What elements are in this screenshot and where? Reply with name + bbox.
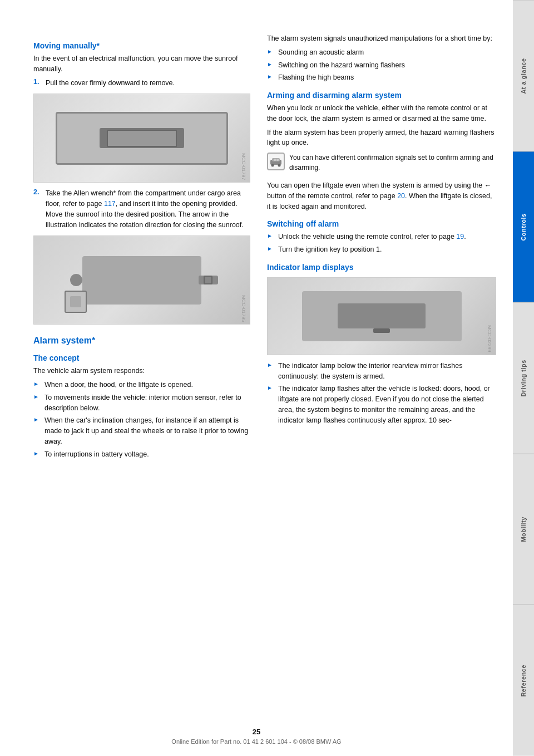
switching-off-bullet-2-text: Turn the ignition key to position 1. (278, 244, 382, 255)
arming-text1: When you lock or unlock the vehicle, eit… (267, 103, 496, 124)
svg-point-2 (271, 164, 274, 167)
sidebar-tab-reference[interactable]: Reference (513, 605, 534, 756)
sidebar-tab-mobility[interactable]: Mobility (513, 454, 534, 605)
indicator-arrow-2: ► (267, 385, 274, 391)
note-icon (267, 153, 285, 170)
indicator-section: Indicator lamp displays MCC-02399 ► The (267, 263, 496, 426)
bullet-arrow-1: ► (33, 381, 40, 387)
mirror-indicator (373, 328, 390, 333)
signal-bullet-1: ► Sounding an acoustic alarm (267, 47, 496, 58)
image-code-1: MCC-01797 (241, 153, 246, 180)
signal-bullet-1-text: Sounding an acoustic alarm (278, 47, 364, 58)
concept-intro: The vehicle alarm system responds: (33, 366, 250, 376)
sidebar-tab-controls[interactable]: Controls (513, 151, 534, 303)
concept-heading: The concept (33, 354, 250, 362)
signal-bullet-3: ► Flashing the high beams (267, 72, 496, 83)
arming-link[interactable]: 20 (397, 192, 405, 200)
sidebar-tab-at-a-glance[interactable]: At a glance (513, 0, 534, 151)
main-content: Moving manually* In the event of an elec… (0, 0, 513, 756)
indicator-arrow-1: ► (267, 362, 274, 368)
step-1-text: Pull the cover firmly downward to remove… (46, 78, 175, 89)
switching-off-arrow-1: ► (267, 233, 274, 239)
signal-arrow-2: ► (267, 61, 274, 67)
indicator-bullet-2: ► The indicator lamp flashes after the v… (267, 384, 496, 425)
alarm-bullet-3: ► When the car's inclination changes, fo… (33, 415, 250, 446)
step-2-num: 2. (33, 188, 42, 230)
alarm-bullet-2: ► To movements inside the vehicle: inter… (33, 392, 250, 414)
moving-manually-heading: Moving manually* (33, 41, 250, 50)
indicator-image: MCC-02399 (267, 277, 496, 355)
signal-arrow-1: ► (267, 48, 274, 55)
bullet-arrow-3: ► (33, 416, 40, 423)
bullet-arrow-4: ► (33, 450, 40, 456)
svg-point-3 (278, 164, 281, 167)
image-code-3: MCC-02399 (487, 325, 492, 352)
alarm-bullet-1: ► When a door, the hood, or the liftgate… (33, 380, 250, 390)
alarm-bullet-4: ► To interruptions in battery voltage. (33, 449, 250, 460)
switching-off-arrow-2: ► (267, 246, 274, 252)
signal-arrow-3: ► (267, 73, 274, 80)
indicator-img-inner (268, 278, 496, 355)
mirror-inner (338, 303, 426, 328)
alarm-signals-bullets: ► Sounding an acoustic alarm ► Switching… (267, 47, 496, 83)
alarm-system-heading: Alarm system* (33, 336, 250, 346)
mirror-shape (302, 291, 462, 341)
switching-off-bullets: ► Unlock the vehicle using the remote co… (267, 232, 496, 255)
step-2: 2. Take the Allen wrench* from the compa… (33, 188, 250, 230)
switching-off-section: Switching off alarm ► Unlock the vehicle… (267, 219, 496, 255)
arming-text3: You can open the liftgate even when the … (267, 180, 496, 212)
note-text: You can have different confirmation sign… (289, 153, 496, 173)
step-1-num: 1. (33, 78, 42, 89)
signal-bullet-2-text: Switching on the hazard warning flashers (278, 60, 405, 71)
indicator-bullets: ► The indicator lamp below the interior … (267, 361, 496, 426)
bullet-arrow-2: ► (33, 394, 40, 400)
car-icon (269, 155, 283, 168)
page-number: 25 (253, 728, 260, 736)
alarm-system-section: Alarm system* The concept The vehicle al… (33, 336, 250, 459)
switching-off-link[interactable]: 19 (456, 233, 464, 240)
alarm-signals-section: The alarm system signals unauthorized ma… (267, 33, 496, 83)
signal-bullet-3-text: Flashing the high beams (278, 72, 354, 83)
alarm-signals-intro: The alarm system signals unauthorized ma… (267, 33, 496, 44)
sunroof-img-inner (34, 94, 250, 182)
step-2-text: Take the Allen wrench* from the compartm… (46, 188, 250, 230)
alarm-bullet-1-text: When a door, the hood, or the liftgate i… (44, 380, 193, 390)
sunroof-image-2: MCC-01795 (33, 235, 250, 325)
page-container: Moving manually* In the event of an elec… (0, 0, 534, 756)
switching-off-bullet-1: ► Unlock the vehicle using the remote co… (267, 232, 496, 242)
sidebar-tab-driving-tips[interactable]: Driving tips (513, 302, 534, 454)
alarm-bullet-4-text: To interruptions in battery voltage. (44, 449, 149, 460)
arming-section: Arming and disarming alarm system When y… (267, 91, 496, 212)
signal-bullet-2: ► Switching on the hazard warning flashe… (267, 60, 496, 71)
step2-link[interactable]: 117 (104, 200, 116, 208)
page-footer: 25 Online Edition for Part no. 01 41 2 6… (0, 728, 513, 745)
moving-manually-intro: In the event of an electrical malfunctio… (33, 53, 250, 75)
indicator-bullet-1-text: The indicator lamp below the interior re… (278, 361, 496, 382)
right-column: The alarm system signals unauthorized ma… (261, 33, 496, 734)
svg-rect-5 (276, 159, 279, 161)
step-1: 1. Pull the cover firmly downward to rem… (33, 78, 250, 89)
tool-img-inner (34, 236, 250, 324)
sidebar: At a glance Controls Driving tips Mobili… (513, 0, 534, 756)
sunroof-image-1: MCC-01797 (33, 94, 250, 183)
arming-text2: If the alarm system has been properly ar… (267, 127, 496, 149)
indicator-heading: Indicator lamp displays (267, 263, 496, 272)
switching-off-heading: Switching off alarm (267, 219, 496, 228)
alarm-bullet-3-text: When the car's inclination changes, for … (44, 415, 250, 446)
note-box: You can have different confirmation sign… (267, 153, 496, 176)
arming-heading: Arming and disarming alarm system (267, 91, 496, 100)
svg-rect-4 (274, 159, 276, 161)
sunroof-inner-shape (56, 112, 228, 165)
alarm-bullet-2-text: To movements inside the vehicle: interio… (44, 392, 250, 414)
image-code-2: MCC-01795 (241, 295, 246, 322)
indicator-bullet-2-text: The indicator lamp flashes after the veh… (278, 384, 496, 425)
footer-text: Online Edition for Part no. 01 41 2 601 … (171, 738, 341, 745)
switching-off-bullet-1-text: Unlock the vehicle using the remote cont… (278, 232, 466, 242)
indicator-bullet-1: ► The indicator lamp below the interior … (267, 361, 496, 382)
moving-manually-section: Moving manually* In the event of an elec… (33, 41, 250, 325)
alarm-bullets: ► When a door, the hood, or the liftgate… (33, 380, 250, 459)
left-column: Moving manually* In the event of an elec… (33, 33, 250, 734)
switching-off-bullet-2: ► Turn the ignition key to position 1. (267, 244, 496, 255)
